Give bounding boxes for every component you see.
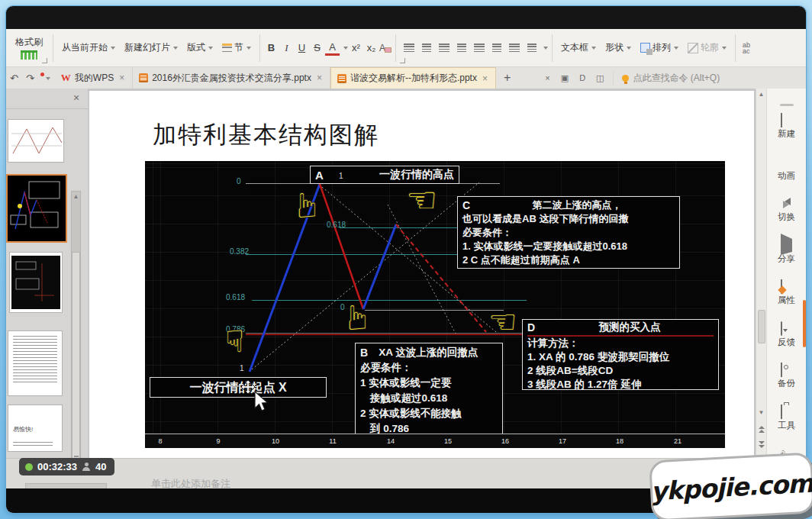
notification-dot — [40, 73, 44, 76]
box-b-line: 2 实体或影线不能接触 — [360, 406, 498, 421]
tab-my-wps[interactable]: W 我的WPS × — [55, 67, 133, 89]
close-icon[interactable]: × — [118, 73, 126, 83]
shapes-label: 形状 — [605, 41, 624, 54]
close-icon[interactable]: × — [481, 73, 489, 84]
tabbar-tool-icon-4[interactable]: ◫ — [591, 67, 609, 89]
find-command-button[interactable]: 点此查找命令 (Alt+Q) — [617, 67, 724, 89]
sidebar-item-transition[interactable]: 切换 — [767, 197, 806, 234]
sidebar-item-tools[interactable]: 工具 — [767, 405, 806, 443]
sidebar-item-backup[interactable]: 备份 — [767, 363, 806, 401]
slide-thumbnail-1[interactable] — [8, 119, 64, 163]
close-icon[interactable]: × — [315, 73, 324, 83]
dialog-launcher-icon[interactable] — [42, 58, 47, 63]
slide-title[interactable]: 加特利基本结构图解 — [153, 119, 379, 151]
title-bar — [6, 6, 806, 29]
undo-button[interactable]: ↶ — [6, 67, 22, 89]
tabbar-tool-icon-3[interactable]: D — [574, 67, 591, 89]
slide-thumbnail-5[interactable]: 易愉快! — [8, 405, 63, 452]
thumbnail-text-lines — [13, 336, 57, 383]
editor-scrollbar[interactable]: ▲ ▼ — [756, 89, 766, 458]
annotation-box-D[interactable]: D 预测的买入点 计算方法： 1. XA 的 0.786 斐波那契回撤位 2 线… — [522, 319, 719, 390]
dialog-launcher-icon[interactable] — [400, 58, 405, 63]
new-tab-button[interactable]: + — [496, 67, 518, 89]
watermark-badge: ykpojie.com — [649, 452, 812, 519]
line-spacing-button[interactable] — [492, 44, 501, 52]
right-sidebar: 新建 动画 切换 分享 属性 反馈 备份 工具 — [766, 89, 806, 488]
redo-button[interactable]: ↷ — [22, 67, 38, 89]
underline-button[interactable]: U — [295, 40, 309, 55]
previous-slide-button[interactable] — [759, 426, 765, 434]
paragraph-spacing-button[interactable] — [509, 44, 520, 52]
scroll-up-icon[interactable]: ▲ — [756, 91, 766, 98]
format-painter-button[interactable]: 格式刷 — [9, 36, 49, 60]
shapes-button[interactable]: 形状 — [601, 33, 636, 63]
history-dropdown[interactable] — [38, 67, 55, 89]
slide-thumbnail-2-selected[interactable] — [6, 174, 67, 243]
box-c-line: 1. 实体或影线一定要接触或超过0.618 — [462, 240, 675, 253]
thumbnail-sketch — [8, 120, 64, 163]
tab-document-2-active[interactable]: 谐波交易解析--加特利形态.pptx × — [330, 67, 496, 89]
align-left-button[interactable] — [404, 44, 414, 52]
editor-scrollbar-thumb[interactable] — [758, 310, 765, 343]
slide-thumbnail-3[interactable] — [9, 252, 63, 313]
new-slide-button[interactable]: 新建幻灯片 — [120, 33, 182, 63]
scroll-down-icon[interactable]: ▼ — [756, 409, 766, 416]
italic-button[interactable]: I — [279, 40, 294, 56]
slide-canvas[interactable]: 加特利基本结构图解 — [89, 91, 754, 458]
strikethrough-button[interactable]: S — [310, 40, 324, 55]
annotation-box-X[interactable]: 一波行情的起点 X — [150, 377, 327, 398]
tab-document-1[interactable]: 2016外汇贵金属投资技术交流分享.pptx × — [133, 67, 330, 89]
indent-button[interactable] — [527, 44, 536, 52]
point-label-D: D — [527, 321, 546, 334]
arrange-label: 排列 — [652, 41, 671, 54]
close-icon[interactable]: × — [73, 92, 79, 104]
section-button[interactable]: 节 — [218, 33, 256, 63]
textbox-label: 文本框 — [561, 41, 588, 54]
chevron-down-icon — [343, 47, 348, 52]
tabbar-tool-icon-2[interactable]: ▣ — [556, 67, 574, 89]
presentation-file-icon — [337, 74, 346, 83]
layout-button[interactable]: 版式 — [182, 33, 218, 63]
box-d-line: 2 线段AB=线段CD — [527, 364, 714, 378]
sidebar-item-properties[interactable]: 属性 — [767, 280, 806, 318]
tabbar-tool-icon-1[interactable]: × — [540, 67, 555, 89]
tab-label: 谐波交易解析--加特利形态.pptx — [350, 72, 477, 85]
divider — [613, 71, 614, 85]
annotation-box-B[interactable]: B XA 这波上涨的回撤点 必要条件： 1 实体或影线一定要 接触或超过0.61… — [355, 343, 503, 439]
chevron-down-icon — [208, 47, 213, 52]
slide-thumbnail-4[interactable] — [8, 330, 63, 396]
align-center-button[interactable] — [422, 44, 431, 52]
divider — [259, 34, 260, 62]
find-replace-button[interactable]: ab ac — [740, 42, 753, 54]
clear-format-button[interactable]: A — [379, 43, 392, 53]
sidebar-scrollbar-accent[interactable] — [803, 300, 806, 347]
font-color-button[interactable]: A — [325, 40, 340, 56]
axis-tick: 17 — [559, 437, 566, 445]
textbox-button[interactable]: 文本框 — [556, 33, 601, 63]
sidebar-item-share[interactable]: 分享 — [767, 239, 806, 276]
layout-label: 版式 — [187, 41, 205, 54]
scroll-up-icon[interactable]: ▲ — [71, 193, 81, 200]
thumbnail-text: 易愉快! — [13, 425, 33, 434]
start-from-current-button[interactable]: 从当前开始 — [57, 33, 120, 63]
sidebar-item-feedback[interactable]: 反馈 — [767, 322, 806, 359]
subscript-button[interactable]: x₂ — [364, 40, 379, 55]
box-c-line: 必要条件： — [462, 226, 675, 240]
pointing-hand-icon: ☞ — [340, 302, 374, 332]
sidebar-item-new[interactable]: 新建 — [767, 114, 806, 151]
animation-icon — [781, 156, 793, 168]
sidebar-item-animation[interactable]: 动画 — [767, 156, 806, 193]
gartley-chart[interactable]: A 一波行情的高点 C 第二波上涨的高点， 也可以看成是AB 这段下降行情的回撤… — [145, 161, 725, 447]
annotation-box-C[interactable]: C 第二波上涨的高点， 也可以看成是AB 这段下降行情的回撤 必要条件： 1. … — [457, 196, 680, 269]
bold-button[interactable]: B — [264, 40, 279, 55]
outline-button[interactable]: 轮廓 — [683, 33, 731, 63]
arrange-button[interactable]: 排列 — [636, 33, 683, 63]
next-slide-button[interactable] — [759, 441, 765, 449]
chevron-down-icon — [246, 47, 251, 52]
align-right-button[interactable] — [439, 44, 450, 52]
superscript-button[interactable]: x² — [349, 40, 363, 55]
align-justify-button[interactable] — [457, 44, 466, 52]
collapse-handle[interactable] — [780, 104, 794, 106]
align-distribute-button[interactable] — [474, 44, 485, 52]
axis-tick: 16 — [501, 437, 509, 445]
